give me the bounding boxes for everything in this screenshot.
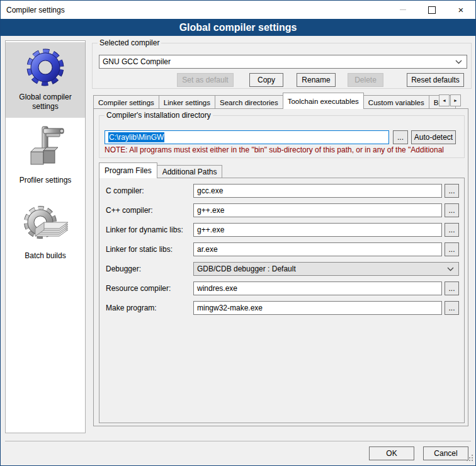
make-program-input[interactable]: mingw32-make.exe (193, 301, 442, 315)
field-label: C compiler: (106, 186, 144, 195)
installation-directory-input[interactable]: C:\raylib\MinGW (105, 130, 389, 144)
chevron-down-icon (447, 267, 454, 271)
window-title: Compiler settings (6, 6, 65, 14)
sidebar-item-profiler-settings[interactable]: Profiler settings (6, 120, 85, 185)
tab-compiler-settings[interactable]: Compiler settings (93, 95, 159, 109)
sidebar-item-batch-builds[interactable]: Batch builds (6, 197, 85, 264)
tab-scroll-right-button[interactable]: ► (450, 94, 461, 106)
static-linker-input[interactable]: ar.exe (193, 242, 442, 256)
tab-toolchain-executables[interactable]: Toolchain executables (283, 93, 364, 109)
make-program-browse-button[interactable]: ... (445, 301, 459, 315)
subtab-additional-paths[interactable]: Additional Paths (157, 165, 223, 178)
sidebar-item-label: Batch builds (21, 251, 69, 261)
arrow-left-icon: ◄ (442, 98, 446, 103)
field-row-dynamic-linker: Linker for dynamic libs: g++.exe ... (99, 223, 464, 237)
field-value: g++.exe (197, 206, 224, 215)
toolchain-subtab-bar: Program Files Additional Paths (99, 163, 222, 178)
toolchain-executables-panel: Compiler's installation directory C:\ray… (93, 108, 468, 426)
cpp-compiler-input[interactable]: g++.exe (193, 203, 442, 217)
tab-scroll-left-button[interactable]: ◄ (439, 94, 450, 106)
field-value: ar.exe (197, 245, 218, 254)
sidebar-item-global-compiler-settings[interactable]: Global compiler settings (6, 42, 85, 118)
settings-sidebar: Global compiler settings (5, 40, 86, 433)
selected-compiler-group: Selected compiler GNU GCC Compiler Set a… (92, 43, 472, 89)
debugger-select[interactable]: GDB/CDB debugger : Default (193, 262, 459, 276)
installation-directory-group: Compiler's installation directory C:\ray… (99, 115, 465, 158)
delete-button[interactable]: Delete (348, 73, 383, 87)
caliper-icon (25, 125, 66, 173)
gear-stack-icon (21, 202, 69, 248)
compiler-select-value: GNU GCC Compiler (103, 57, 171, 66)
maximize-icon (428, 6, 436, 14)
resource-compiler-input[interactable]: windres.exe (193, 281, 442, 295)
selected-compiler-group-label: Selected compiler (98, 38, 161, 47)
dynamic-linker-browse-button[interactable]: ... (445, 223, 459, 237)
chevron-down-icon (455, 60, 462, 64)
cpp-compiler-browse-button[interactable]: ... (445, 203, 459, 217)
field-label: Linker for dynamic libs: (106, 225, 183, 234)
resource-compiler-browse-button[interactable]: ... (445, 281, 459, 295)
close-icon: × (458, 5, 464, 14)
debugger-select-value: GDB/CDB debugger : Default (197, 264, 296, 273)
field-value: windres.exe (197, 284, 237, 293)
installation-directory-group-label: Compiler's installation directory (105, 111, 213, 120)
field-value: mingw32-make.exe (197, 304, 263, 312)
directory-browse-button[interactable]: ... (393, 130, 408, 144)
sidebar-item-label: Global compiler settings (6, 93, 85, 111)
footer-divider (5, 441, 471, 441)
installation-directory-value: C:\raylib\MinGW (108, 132, 164, 142)
resize-grip-icon[interactable] (466, 454, 473, 463)
field-label: Debugger: (106, 264, 141, 273)
field-label: Make program: (106, 304, 157, 312)
minimize-button[interactable] (388, 1, 417, 19)
reset-defaults-button[interactable]: Reset defaults (407, 73, 464, 87)
c-compiler-browse-button[interactable]: ... (445, 184, 459, 198)
maximize-button[interactable] (417, 1, 446, 19)
field-row-resource-compiler: Resource compiler: windres.exe ... (99, 281, 464, 295)
tab-scroll-buttons: ◄ ► (438, 94, 461, 106)
static-linker-browse-button[interactable]: ... (445, 242, 459, 256)
title-bar: Compiler settings × (1, 1, 475, 19)
minimize-icon (400, 9, 406, 10)
ok-button[interactable]: OK (369, 446, 414, 460)
field-label: Linker for static libs: (106, 245, 173, 254)
field-row-make-program: Make program: mingw32-make.exe ... (99, 301, 464, 315)
field-value: gcc.exe (197, 186, 223, 195)
compiler-select[interactable]: GNU GCC Compiler (99, 55, 467, 69)
close-button[interactable]: × (446, 1, 475, 19)
copy-button[interactable]: Copy (249, 73, 283, 87)
c-compiler-input[interactable]: gcc.exe (193, 184, 442, 198)
bin-directory-note: NOTE: All programs must exist either in … (105, 145, 462, 154)
field-row-c-compiler: C compiler: gcc.exe ... (99, 184, 464, 198)
field-label: C++ compiler: (106, 206, 153, 215)
subtab-program-files[interactable]: Program Files (99, 162, 157, 178)
auto-detect-button[interactable]: Auto-detect (411, 130, 456, 144)
field-label: Resource compiler: (106, 284, 171, 293)
sidebar-item-label: Profiler settings (16, 176, 76, 185)
field-value: g++.exe (197, 225, 224, 234)
tab-search-directories[interactable]: Search directories (215, 95, 283, 109)
dynamic-linker-input[interactable]: g++.exe (193, 223, 442, 237)
window-controls: × (388, 1, 475, 19)
rename-button[interactable]: Rename (297, 73, 336, 87)
gear-blue-icon (25, 47, 65, 89)
field-row-static-linker: Linker for static libs: ar.exe ... (99, 242, 464, 256)
tab-custom-variables[interactable]: Custom variables (363, 95, 429, 109)
cancel-button[interactable]: Cancel (423, 446, 468, 460)
tab-linker-settings[interactable]: Linker settings (159, 95, 215, 109)
program-files-panel: C compiler: gcc.exe ... C++ compiler: g+… (99, 178, 465, 423)
set-as-default-button[interactable]: Set as default (177, 73, 234, 87)
field-row-cpp-compiler: C++ compiler: g++.exe ... (99, 203, 464, 217)
field-row-debugger: Debugger: GDB/CDB debugger : Default (99, 262, 464, 276)
page-title: Global compiler settings (1, 19, 475, 36)
main-tab-bar: Compiler settings Linker settings Search… (93, 93, 468, 109)
arrow-right-icon: ► (453, 98, 458, 103)
compiler-settings-dialog: Compiler settings × Global compiler sett… (0, 0, 476, 466)
